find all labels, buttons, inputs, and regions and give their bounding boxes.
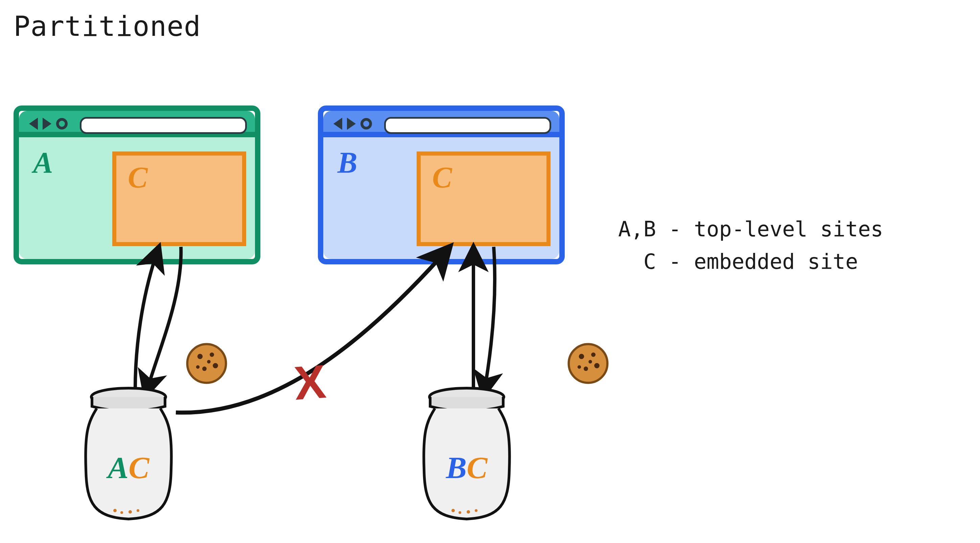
legend-text: A,B - top-level sites C - embedded site: [618, 213, 883, 278]
jar-a-label: AC: [75, 450, 183, 486]
legend-line-1: A,B - top-level sites: [618, 217, 883, 241]
jar-b-label-top: B: [446, 450, 467, 485]
forward-icon: [347, 117, 356, 130]
blocked-x-icon: X: [292, 354, 327, 411]
reload-icon: [56, 118, 68, 130]
svg-point-7: [569, 344, 607, 383]
back-icon: [333, 117, 342, 130]
browser-window-a: A C: [14, 105, 260, 264]
svg-point-11: [584, 367, 588, 371]
browser-a-url-bar: [80, 117, 247, 134]
svg-point-20: [452, 509, 455, 512]
browser-a-content: A C: [19, 137, 255, 259]
embed-label-c-a: C: [128, 160, 148, 194]
svg-point-3: [213, 363, 218, 368]
jar-a-label-top: A: [108, 450, 129, 485]
svg-point-10: [594, 363, 600, 368]
svg-point-22: [467, 510, 470, 514]
reload-icon: [361, 118, 372, 130]
svg-point-16: [120, 511, 123, 514]
svg-point-9: [591, 352, 595, 357]
svg-point-12: [578, 365, 581, 368]
cookie-jar-ac: AC: [75, 382, 183, 524]
cookie-icon-b: [566, 341, 610, 386]
jar-b-label-embed: C: [467, 450, 487, 485]
browser-b-nav-icons: [333, 117, 372, 130]
svg-point-21: [458, 511, 461, 514]
svg-point-15: [113, 509, 117, 512]
legend-line-2: C - embedded site: [618, 249, 858, 274]
svg-point-0: [187, 344, 226, 383]
jar-a-label-embed: C: [129, 450, 149, 485]
browser-b-url-bar: [384, 117, 551, 134]
arrow-jar-a-to-embed-a: [135, 247, 159, 395]
svg-point-13: [589, 360, 592, 364]
embedded-frame-c-in-a: C: [112, 151, 246, 246]
arrow-embed-a-to-jar-a: [145, 247, 181, 395]
site-b-label: B: [337, 145, 358, 179]
browser-b-content: B C: [323, 137, 559, 259]
embedded-frame-c-in-b: C: [417, 151, 550, 246]
diagram-title: Partitioned: [14, 10, 201, 42]
back-icon: [29, 117, 38, 130]
svg-point-4: [202, 367, 207, 371]
cookie-jar-bc: BC: [412, 382, 521, 524]
svg-point-1: [197, 354, 203, 359]
svg-point-8: [579, 354, 584, 359]
svg-point-23: [475, 509, 477, 512]
diagram-canvas: Partitioned A,B - top-level sites C - em…: [0, 0, 980, 543]
embed-label-c-b: C: [432, 160, 452, 194]
browser-window-b: B C: [318, 105, 565, 264]
jar-b-label: BC: [412, 450, 521, 486]
browser-b-toolbar: [323, 111, 559, 137]
browser-a-nav-icons: [29, 117, 68, 130]
svg-point-6: [207, 360, 210, 364]
svg-point-17: [129, 510, 132, 514]
svg-point-18: [137, 509, 139, 512]
site-a-label: A: [33, 145, 53, 179]
arrow-embed-b-to-jar-b: [484, 247, 495, 395]
browser-a-toolbar: [19, 111, 255, 137]
svg-point-5: [196, 365, 199, 368]
forward-icon: [43, 117, 51, 130]
svg-point-2: [210, 352, 214, 357]
cookie-icon-a: [185, 341, 229, 386]
